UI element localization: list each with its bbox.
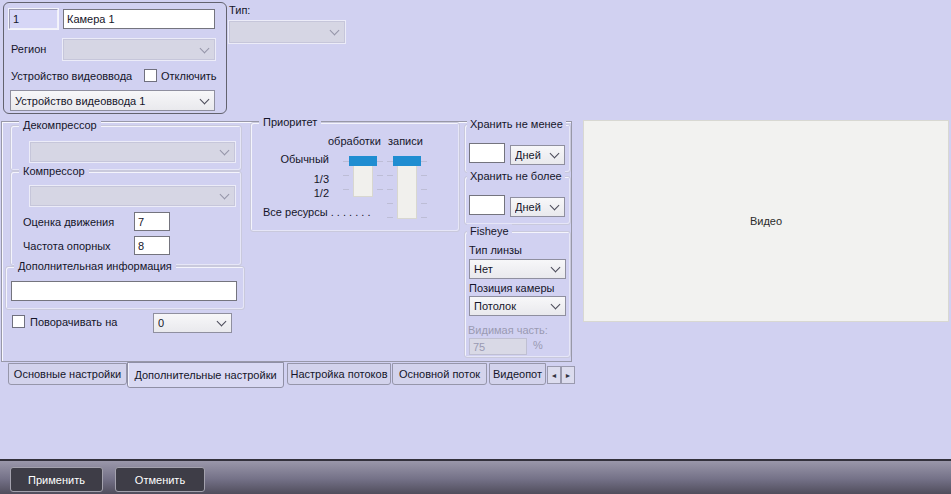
compressor-select [30, 186, 235, 206]
storage-min-label: Хранить не менее [467, 117, 566, 131]
storage-max-label: Хранить не более [467, 169, 565, 183]
lens-type-label: Тип линзы [469, 244, 522, 257]
decompressor-label: Декомпрессор [19, 118, 101, 132]
chevron-down-icon [200, 43, 210, 53]
percent-label: % [533, 339, 543, 352]
slider-tick [421, 203, 427, 204]
priority-col-recording-label: записи [388, 135, 423, 148]
tab-stream-settings[interactable]: Настройка потоков [287, 363, 391, 385]
type-label: Тип: [229, 4, 250, 17]
video-preview-label: Видео [750, 215, 782, 227]
camera-position-value: Потолок [474, 300, 548, 312]
priority-row-third-label: 1/3 [251, 173, 329, 186]
fisheye-group: Fisheye Тип линзы Нет Позиция камеры Пот… [464, 231, 571, 358]
priority-row-normal-label: Обычный [251, 153, 329, 166]
camera-identity-group: Регион Устройство видеоввода Отключить У… [3, 2, 227, 114]
disable-checkbox[interactable] [144, 69, 157, 82]
slider-tick [421, 217, 427, 218]
chevron-down-icon [220, 190, 230, 200]
slider-tick [421, 161, 427, 162]
storage-min-group: Хранить не менее Дней [464, 124, 571, 173]
slider-tick [387, 203, 393, 204]
keyframe-rate-label: Частота опорных [23, 240, 111, 253]
priority-col-processing-label: обработки [328, 135, 381, 148]
rotate-checkbox[interactable] [12, 315, 25, 328]
decompressor-select [30, 142, 235, 162]
slider-tick [377, 161, 383, 162]
camera-name-field[interactable] [63, 9, 215, 29]
compressor-group: Компрессор Оценка движения Частота опорн… [10, 171, 242, 266]
storage-max-unit-value: Дней [515, 201, 547, 213]
camera-position-label: Позиция камеры [469, 282, 554, 295]
cancel-button[interactable]: Отменить [115, 467, 205, 492]
region-label: Регион [11, 43, 46, 56]
video-device-select-value: Устройство видеоввода 1 [15, 95, 197, 107]
tab-main-stream[interactable]: Основной поток [392, 363, 487, 385]
keyframe-rate-field[interactable] [134, 236, 170, 255]
video-device-label: Устройство видеоввода [11, 70, 132, 83]
slider-tick [343, 189, 349, 190]
slider-tick [377, 189, 383, 190]
camera-settings-window: Регион Устройство видеоввода Отключить У… [0, 0, 951, 494]
chevron-down-icon [200, 94, 210, 104]
right-arrow-icon: ► [565, 372, 572, 379]
video-preview-panel: Видео [583, 120, 949, 322]
chevron-down-icon [550, 201, 560, 211]
fisheye-label: Fisheye [467, 224, 512, 238]
rotate-label: Поворачивать на [30, 316, 117, 329]
chevron-down-icon [220, 146, 230, 156]
extra-info-label: Дополнительная информация [14, 259, 176, 273]
camera-id-field[interactable] [9, 9, 58, 29]
storage-min-unit-value: Дней [515, 149, 547, 161]
lens-type-value: Нет [474, 263, 548, 275]
slider-tick [377, 175, 383, 176]
chevron-down-icon [217, 317, 227, 327]
slider-tick [387, 175, 393, 176]
chevron-down-icon [550, 149, 560, 159]
video-device-select[interactable]: Устройство видеоввода 1 [10, 90, 215, 111]
priority-label: Приоритет [259, 115, 321, 129]
tab-additional-settings[interactable]: Дополнительные настройки [127, 362, 284, 388]
priority-group: Приоритет обработки записи Обычный 1/3 1… [250, 122, 460, 232]
apply-button[interactable]: Применить [10, 467, 103, 492]
storage-min-unit-select[interactable]: Дней [510, 145, 565, 165]
chevron-down-icon [551, 300, 561, 310]
storage-max-group: Хранить не более Дней [464, 176, 571, 225]
motion-estimation-field[interactable] [134, 212, 170, 231]
lens-type-select[interactable]: Нет [469, 259, 566, 279]
chevron-down-icon [330, 26, 340, 36]
priority-row-half-label: 1/2 [251, 187, 329, 200]
priority-row-all-resources-label: Все ресурсы . . . . . . . [263, 206, 370, 219]
recording-priority-slider-thumb[interactable] [393, 156, 421, 166]
visible-part-field [469, 338, 527, 355]
chevron-down-icon [551, 263, 561, 273]
disable-checkbox-label: Отключить [161, 70, 217, 83]
visible-part-label: Видимая часть: [468, 324, 548, 337]
region-select [63, 39, 215, 60]
extra-info-field[interactable] [11, 281, 237, 301]
slider-tick [421, 175, 427, 176]
slider-tick [387, 189, 393, 190]
camera-position-select[interactable]: Потолок [469, 296, 566, 316]
processing-priority-slider-thumb[interactable] [349, 156, 377, 166]
slider-tick [387, 217, 393, 218]
storage-max-unit-select[interactable]: Дней [510, 197, 565, 217]
storage-min-field[interactable] [469, 143, 505, 163]
compressor-label: Компрессор [19, 164, 89, 178]
type-select [229, 21, 345, 43]
extra-info-group: Дополнительная информация [5, 266, 245, 310]
left-arrow-icon: ◄ [551, 372, 558, 379]
rotate-angle-select-value: 0 [158, 317, 214, 329]
storage-max-field[interactable] [469, 195, 505, 215]
tab-scroll-right-button[interactable]: ► [561, 366, 575, 384]
tab-video-stream[interactable]: Видеопот [489, 363, 546, 385]
tab-scroll-left-button[interactable]: ◄ [547, 366, 561, 384]
motion-estimation-label: Оценка движения [23, 216, 114, 229]
recording-priority-slider-track[interactable] [397, 157, 417, 219]
tab-basic-settings[interactable]: Основные настройки [8, 363, 127, 385]
rotate-angle-select[interactable]: 0 [153, 313, 232, 333]
slider-tick [421, 189, 427, 190]
slider-tick [343, 175, 349, 176]
